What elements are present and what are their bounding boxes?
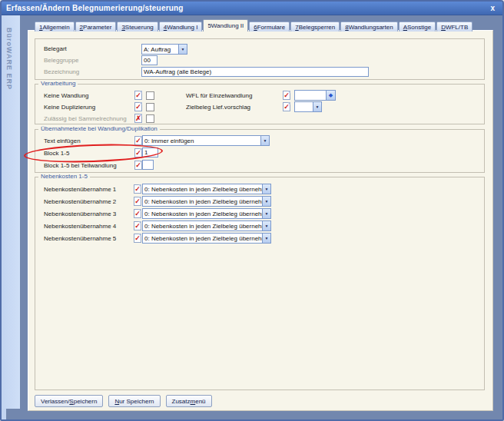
keine-wandlung-flag-icon[interactable]: ✓ — [134, 91, 142, 100]
brand-logo: BüroWARE ERP — [5, 28, 13, 90]
text-einfuegen-label: Text einfügen — [44, 138, 81, 144]
group-uebernahmetexte: Übernahmetexte bei Wandlung/Duplikation … — [35, 129, 485, 173]
button-row: Verlassen/Speichern Nur Speichern Zusatz… — [35, 395, 212, 407]
keine-duplizierung-flag-icon[interactable]: ✓ — [134, 102, 142, 111]
nebenkosten-4-dropdown[interactable]: 0: Nebenkosten in jeden Zielbeleg überne… — [142, 220, 271, 231]
tab-wandlung-2[interactable]: 5 Wandlung II — [203, 19, 248, 31]
beleggruppe-label: Beleggruppe — [44, 57, 78, 64]
block-1-5-teilwandlung-label: Block 1-5 bei Teilwandlung — [44, 162, 117, 169]
nebenkosten-2-label: Nebenkostenübernahme 2 — [44, 198, 116, 205]
wfl-einzelwandlung-label: WFL für Einzelwandlung — [186, 92, 252, 99]
chevron-down-icon[interactable]: ▼ — [262, 197, 270, 206]
nebenkosten-2-flag-icon[interactable]: ✓ — [134, 197, 141, 206]
nebenkosten-2-dropdown[interactable]: 0: Nebenkosten in jeden Zielbeleg überne… — [142, 196, 271, 207]
chevron-down-icon[interactable]: ▼ — [262, 209, 270, 218]
nebenkosten-3-dropdown[interactable]: 0: Nebenkosten in jeden Zielbeleg überne… — [142, 208, 271, 219]
sammelrechnung-label: Zulässig bei Sammelrechnung — [44, 115, 127, 122]
nebenkosten-4-flag-icon[interactable]: ✓ — [134, 221, 141, 230]
zielbeleg-liefvorschlag-label: Zielbeleg Lief.vorschlag — [186, 104, 250, 111]
block-1-5-teilwandlung-field[interactable] — [142, 160, 154, 170]
brand-strip: BüroWARE ERP — [2, 15, 20, 409]
bezeichnung-label: Bezeichnung — [44, 68, 79, 75]
tab-allgemein[interactable]: 1 Allgemein — [35, 22, 75, 31]
tab-steuerung[interactable]: 3 Steuerung — [117, 22, 158, 31]
tab-belegsperren[interactable]: 7 Belegsperren — [290, 22, 340, 31]
nebenkosten-1-dropdown[interactable]: 0: Nebenkosten in jeden Zielbeleg überne… — [142, 184, 271, 194]
spinner-updown-icon[interactable]: ◆ — [326, 91, 335, 100]
tab-wandlung-1[interactable]: 4 Wandlung I — [159, 22, 203, 31]
nebenkosten-4-label: Nebenkostenübernahme 4 — [44, 223, 116, 230]
tab-formulare[interactable]: 6 Formulare — [249, 22, 290, 31]
belegart-label: Belegart — [44, 45, 67, 52]
zielbeleg-liefvorschlag-dropdown[interactable]: ▼ — [294, 101, 322, 112]
chevron-down-icon[interactable]: ▼ — [178, 45, 187, 54]
tab-wandlungsarten[interactable]: 8 Wandlungsarten — [340, 22, 397, 31]
chevron-down-icon[interactable]: ▼ — [262, 184, 270, 194]
verlassen-speichern-button[interactable]: Verlassen/Speichern — [35, 395, 103, 407]
tab-bar: 1 Allgemein 2 Parameter 3 Steuerung 4 Wa… — [35, 19, 472, 31]
nebenkosten-5-label: Nebenkostenübernahme 5 — [44, 235, 116, 242]
chevron-down-icon[interactable]: ▼ — [260, 136, 269, 145]
title-bar: Erfassen/Ändern Belegnumerierung/steueru… — [2, 2, 502, 15]
group-uebernahmetexte-title: Übernahmetexte bei Wandlung/Duplikation — [38, 125, 160, 132]
keine-duplizierung-checkbox[interactable] — [146, 103, 154, 111]
keine-wandlung-label: Keine Wandlung — [44, 92, 88, 99]
bezeichnung-field[interactable]: WA-Auftrag (alle Belege) — [141, 67, 369, 77]
block-1-5-field[interactable]: 1 — [142, 148, 158, 157]
chevron-down-icon[interactable]: ▼ — [313, 102, 321, 111]
tab-parameter[interactable]: 2 Parameter — [75, 22, 117, 31]
sammelrechnung-flag-icon[interactable]: ✗ — [134, 114, 142, 123]
group-belegkopf: Belegart A: Auftrag ▼ Beleggruppe 00 Bez… — [35, 38, 485, 80]
nebenkosten-5-flag-icon[interactable]: ✓ — [134, 234, 141, 243]
zielbeleg-liefvorschlag-flag-icon[interactable]: ✓ — [283, 102, 290, 111]
dialog-window: Erfassen/Ändern Belegnumerierung/steueru… — [0, 0, 504, 421]
chevron-down-icon[interactable]: ▼ — [262, 221, 270, 230]
nur-speichern-button[interactable]: Nur Speichern — [108, 395, 160, 407]
keine-duplizierung-label: Keine Duplizierung — [44, 104, 95, 111]
block-1-5-label: Block 1-5 — [44, 150, 69, 157]
block-1-5-teilwandlung-flag-icon[interactable]: ✓ — [134, 161, 142, 170]
tab-wfl-tb[interactable]: D WFL/TB — [436, 22, 472, 31]
page-title: Erfassen/Ändern Belegnumerierung/steueru… — [6, 4, 487, 12]
wfl-einzelwandlung-flag-icon[interactable]: ✓ — [283, 91, 290, 100]
nebenkosten-3-flag-icon[interactable]: ✓ — [134, 209, 141, 218]
nebenkosten-5-dropdown[interactable]: 0: Nebenkosten in jeden Zielbeleg überne… — [142, 233, 271, 244]
nebenkosten-3-label: Nebenkostenübernahme 3 — [44, 210, 116, 217]
group-verarbeitung: Verarbeitung Keine Wandlung ✓ Keine Dupl… — [35, 84, 485, 124]
nebenkosten-1-flag-icon[interactable]: ✓ — [134, 184, 141, 194]
group-nebenkosten: Nebenkosten 1-5 Nebenkostenübernahme 1 ✓… — [35, 177, 485, 390]
text-einfuegen-flag-icon[interactable]: ✓ — [134, 136, 142, 145]
group-verarbeitung-title: Verarbeitung — [38, 80, 78, 87]
tab-sonstige[interactable]: A Sonstige — [399, 22, 436, 31]
close-icon[interactable]: x — [487, 4, 498, 12]
belegart-dropdown[interactable]: A: Auftrag ▼ — [141, 44, 187, 55]
beleggruppe-field[interactable]: 00 — [141, 55, 158, 65]
chevron-down-icon[interactable]: ▼ — [262, 234, 270, 243]
keine-wandlung-checkbox[interactable] — [146, 91, 154, 100]
sammelrechnung-checkbox[interactable] — [146, 114, 154, 123]
group-nebenkosten-title: Nebenkosten 1-5 — [38, 173, 90, 180]
block-1-5-flag-icon[interactable]: ✓ — [134, 148, 142, 157]
zusatzmenu-button[interactable]: Zusatzmenü — [166, 395, 212, 407]
text-einfuegen-dropdown[interactable]: 0: Immer einfügen ▼ — [142, 135, 270, 146]
wfl-einzelwandlung-spinner[interactable]: ◆ — [294, 90, 336, 101]
tab-page-wandlung-2: Belegart A: Auftrag ▼ Beleggruppe 00 Bez… — [28, 30, 493, 411]
brand-strip-notch — [2, 409, 6, 419]
nebenkosten-1-label: Nebenkostenübernahme 1 — [44, 186, 116, 193]
